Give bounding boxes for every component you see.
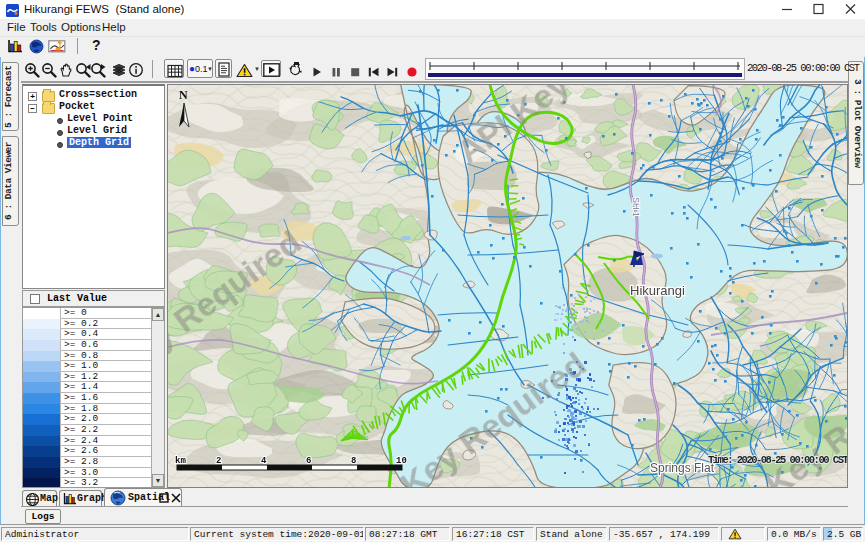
svg-text:Time: 2020-08-25 00:00:00 CST: Time: 2020-08-25 00:00:00 CST [708,454,847,466]
svg-text:SH 1: SH 1 [631,197,641,217]
svg-text:N: N [179,88,188,102]
svg-text:Hikurangi: Hikurangi [630,283,685,298]
svg-text:Springs Flat: Springs Flat [650,461,715,475]
